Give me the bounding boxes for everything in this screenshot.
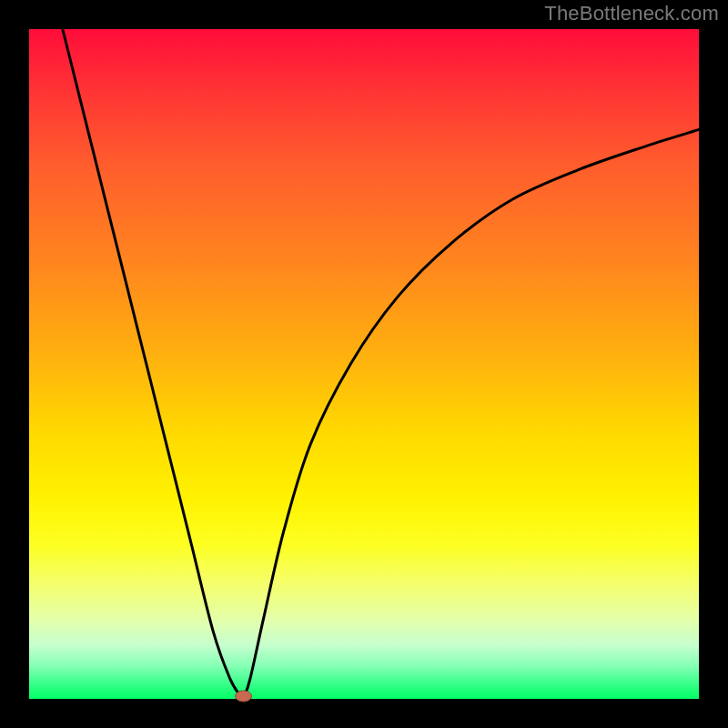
bottleneck-curve: [29, 29, 699, 699]
chart-frame: TheBottleneck.com: [0, 0, 728, 728]
plot-area: [29, 29, 699, 699]
curve-path: [63, 29, 699, 699]
min-marker: [236, 691, 252, 702]
watermark-text: TheBottleneck.com: [544, 2, 719, 25]
